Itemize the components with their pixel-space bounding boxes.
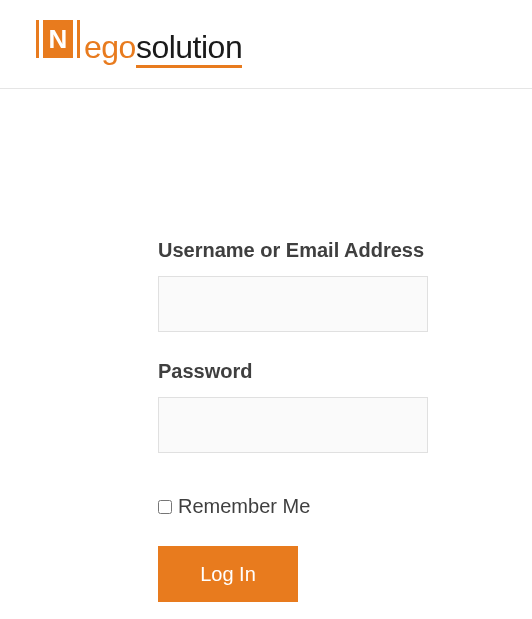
remember-checkbox[interactable]: [158, 500, 172, 514]
password-group: Password: [158, 360, 428, 453]
remember-row: Remember Me: [158, 495, 428, 518]
password-input[interactable]: [158, 397, 428, 453]
logo-letter: N: [49, 26, 68, 52]
brand-logo: N egosolution: [36, 20, 496, 68]
login-button[interactable]: Log In: [158, 546, 298, 602]
logo-text-part1: ego: [84, 31, 136, 63]
logo-text: egosolution: [84, 31, 242, 68]
login-form: Username or Email Address Password Remem…: [158, 239, 428, 602]
logo-bar-right: [77, 20, 80, 58]
logo-text-part2: solution: [136, 31, 242, 68]
remember-label: Remember Me: [178, 495, 310, 518]
main-content: Username or Email Address Password Remem…: [0, 89, 532, 619]
logo-mark: N: [36, 20, 80, 58]
logo-bar-left: [36, 20, 39, 58]
username-group: Username or Email Address: [158, 239, 428, 332]
username-input[interactable]: [158, 276, 428, 332]
logo-n-box: N: [43, 20, 73, 58]
header: N egosolution: [0, 0, 532, 89]
password-label: Password: [158, 360, 428, 383]
username-label: Username or Email Address: [158, 239, 428, 262]
